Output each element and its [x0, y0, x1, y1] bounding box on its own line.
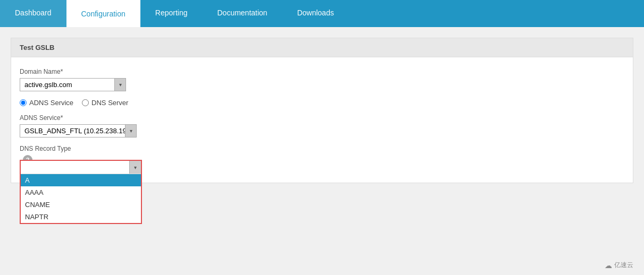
radio-adns-input[interactable]	[20, 99, 27, 106]
radio-dns-input[interactable]	[82, 99, 89, 106]
panel-body: Domain Name* active.gslb.com ▾ ADNS Serv…	[11, 57, 633, 183]
adns-service-select[interactable]: GSLB_ADNS_FTL (10.25.238.196)	[20, 124, 137, 138]
nav-dashboard-label: Dashboard	[15, 8, 52, 17]
domain-name-group: Domain Name* active.gslb.com ▾	[20, 68, 624, 91]
dns-dropdown-list-wrapper: ▾ A AAAA CNAME NAPTR	[20, 160, 142, 224]
nav-item-downloads[interactable]: Downloads	[282, 0, 349, 27]
adns-service-label: ADNS Service*	[20, 114, 624, 122]
adns-service-group: ADNS Service* GSLB_ADNS_FTL (10.25.238.1…	[20, 114, 624, 138]
radio-adns-label: ADNS Service	[29, 99, 73, 107]
dns-input-row: ▾ A AAAA CNAME NAPTR ?	[20, 155, 624, 165]
test-gslb-panel: Test GSLB Domain Name* active.gslb.com ▾…	[11, 38, 633, 183]
domain-name-select-wrapper: active.gslb.com ▾	[20, 78, 126, 91]
dns-option-naptr[interactable]: NAPTR	[21, 211, 141, 223]
radio-group: ADNS Service DNS Server	[20, 99, 624, 107]
dns-option-cname[interactable]: CNAME	[21, 199, 141, 211]
dns-record-type-label: DNS Record Type	[20, 145, 624, 152]
dns-option-aaaa[interactable]: AAAA	[21, 186, 141, 199]
dns-dropdown-search-input[interactable]	[21, 161, 129, 174]
radio-dns-server[interactable]: DNS Server	[82, 99, 128, 107]
nav-item-reporting[interactable]: Reporting	[140, 0, 203, 27]
dns-option-a[interactable]: A	[21, 174, 141, 186]
nav-documentation-label: Documentation	[217, 8, 267, 17]
domain-name-label: Domain Name*	[20, 68, 624, 75]
navbar: Dashboard Configuration Reporting Docume…	[0, 0, 644, 27]
nav-downloads-label: Downloads	[297, 8, 334, 17]
watermark: ☁ 亿速云	[605, 261, 633, 270]
nav-item-dashboard[interactable]: Dashboard	[0, 0, 66, 27]
panel-header: Test GSLB	[11, 38, 633, 57]
watermark-text: 亿速云	[614, 261, 633, 270]
adns-service-select-wrapper: GSLB_ADNS_FTL (10.25.238.196) ▾	[20, 124, 137, 138]
dns-dropdown-arrow-btn[interactable]: ▾	[129, 161, 141, 174]
dns-dropdown-search-row: ▾	[21, 161, 141, 174]
nav-item-documentation[interactable]: Documentation	[202, 0, 282, 27]
radio-dns-label: DNS Server	[91, 99, 128, 107]
panel-title: Test GSLB	[20, 44, 55, 51]
radio-adns-service[interactable]: ADNS Service	[20, 99, 73, 107]
domain-name-select[interactable]: active.gslb.com	[20, 78, 126, 91]
main-content: Test GSLB Domain Name* active.gslb.com ▾…	[0, 27, 644, 275]
nav-configuration-label: Configuration	[81, 10, 126, 18]
nav-reporting-label: Reporting	[155, 8, 188, 17]
dns-record-type-group: DNS Record Type ▾ A AAAA CNA	[20, 145, 624, 165]
nav-item-configuration[interactable]: Configuration	[66, 0, 140, 27]
cloud-icon: ☁	[605, 261, 612, 270]
dns-dropdown-options: A AAAA CNAME NAPTR	[21, 174, 141, 223]
